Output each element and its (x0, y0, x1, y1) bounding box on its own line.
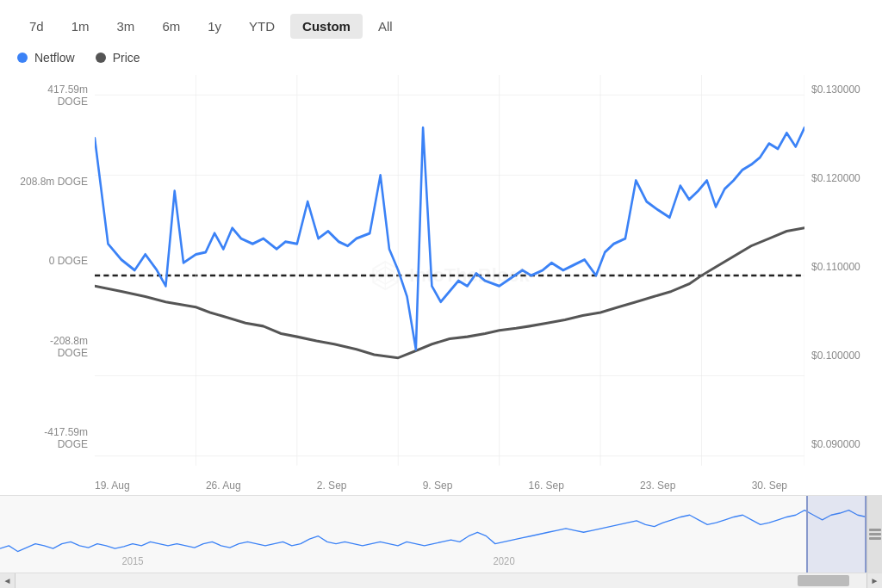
price-label: Price (113, 51, 140, 65)
netflow-label: Netflow (34, 51, 75, 65)
x-label-3: 9. Sep (423, 480, 453, 492)
svg-text:2015: 2015 (121, 555, 144, 567)
mini-scrollbar-handle[interactable] (866, 496, 882, 573)
x-label-5: 23. Sep (640, 480, 675, 492)
y-axis-left: 417.59m DOGE 208.8m DOGE 0 DOGE -208.8m … (0, 75, 95, 476)
main-chart-svg (95, 75, 804, 476)
x-label-2: 2. Sep (317, 480, 347, 492)
time-btn-7d[interactable]: 7d (17, 14, 56, 39)
chart-svg-container: IntoTheBlock (95, 75, 804, 476)
y-right-1: $0.120000 (811, 172, 865, 184)
x-axis: 19. Aug 26. Aug 2. Sep 9. Sep 16. Sep 23… (0, 476, 882, 495)
scroll-bar-row: ◄ ► (0, 573, 882, 588)
time-btn-all[interactable]: All (366, 14, 405, 39)
y-axis-right: $0.130000 $0.120000 $0.110000 $0.100000 … (804, 75, 882, 476)
y-left-3: -208.8m DOGE (17, 335, 88, 359)
time-btn-6m[interactable]: 6m (150, 14, 192, 39)
mini-thumb-region (806, 496, 866, 573)
y-left-2: 0 DOGE (17, 255, 88, 267)
scroll-right-button[interactable]: ► (866, 573, 882, 589)
y-right-3: $0.100000 (811, 350, 865, 362)
scrollbar-icon (869, 527, 881, 542)
time-btn-3m[interactable]: 3m (105, 14, 147, 39)
time-btn-ytd[interactable]: YTD (237, 14, 287, 39)
x-label-6: 30. Sep (752, 480, 787, 492)
main-chart-area: 417.59m DOGE 208.8m DOGE 0 DOGE -208.8m … (0, 75, 882, 476)
y-right-0: $0.130000 (811, 84, 865, 96)
x-label-0: 19. Aug (95, 480, 130, 492)
time-btn-1y[interactable]: 1y (196, 14, 233, 39)
mini-chart-section: 2015 2020 (0, 495, 882, 573)
y-left-4: -417.59m DOGE (17, 426, 88, 450)
scroll-left-button[interactable]: ◄ (0, 573, 16, 589)
y-left-1: 208.8m DOGE (17, 176, 88, 188)
x-label-1: 26. Aug (206, 480, 241, 492)
legend-netflow: Netflow (17, 51, 75, 65)
y-left-0: 417.59m DOGE (17, 84, 88, 108)
x-label-4: 16. Sep (529, 480, 564, 492)
legend: Netflow Price (0, 47, 882, 75)
svg-text:2020: 2020 (494, 555, 516, 567)
mini-chart-svg: 2015 2020 (0, 496, 866, 573)
y-right-4: $0.090000 (811, 438, 865, 450)
scroll-thumb[interactable] (798, 575, 849, 586)
netflow-dot (17, 53, 28, 63)
time-btn-1m[interactable]: 1m (59, 14, 102, 39)
chart-wrapper: 417.59m DOGE 208.8m DOGE 0 DOGE -208.8m … (0, 75, 882, 588)
time-btn-custom[interactable]: Custom (290, 14, 363, 39)
legend-price: Price (96, 51, 140, 65)
main-container: 7d1m3m6m1yYTDCustomAll Netflow Price 417… (0, 0, 882, 588)
price-dot (96, 53, 106, 63)
scroll-track[interactable] (16, 573, 866, 588)
y-right-2: $0.110000 (811, 261, 865, 273)
time-range-bar: 7d1m3m6m1yYTDCustomAll (0, 14, 882, 47)
